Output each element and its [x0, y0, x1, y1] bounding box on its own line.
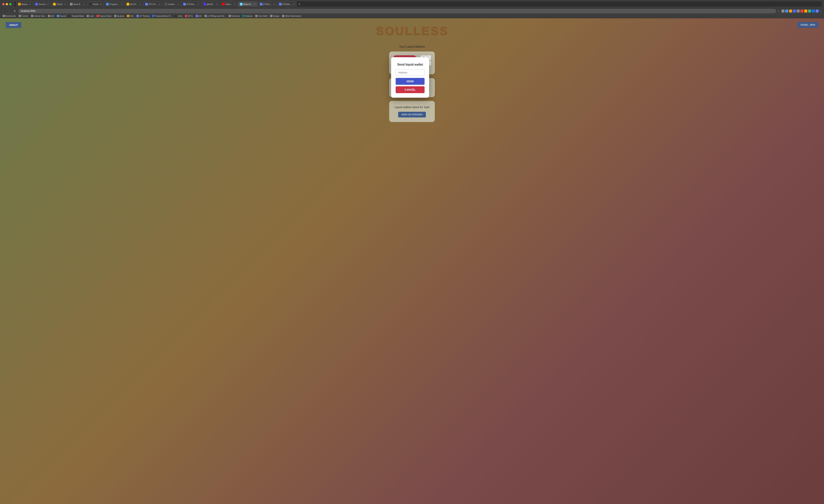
bookmark-rand[interactable]: rand — [86, 14, 95, 17]
bookmark-lit-testing[interactable]: LIT Testing — [135, 14, 150, 17]
bookmark-label: Control — [21, 15, 28, 17]
extension-icon-4[interactable] — [793, 9, 796, 13]
tab-noseb[interactable]: Nose B... ✕ — [68, 2, 87, 7]
sale-card-title: Liquid wallets listed for Sale — [393, 105, 431, 109]
tab-close-icon[interactable]: ✕ — [216, 3, 218, 5]
bookmark-label: Unlock Door — [34, 15, 45, 17]
bookmark-20m[interactable]: 20m — [126, 14, 135, 17]
tab-video[interactable]: Video... ✕ — [220, 2, 237, 7]
tab-react-active[interactable]: React A... ✕ — [238, 2, 258, 7]
connected-wallet-button[interactable]: 0XDBD...0B45 — [797, 22, 818, 28]
bookmark-arduino[interactable]: Arduino — [241, 14, 254, 17]
bookmark-label: LIT Testing — [139, 15, 149, 17]
extension-icon[interactable] — [782, 9, 785, 13]
tab-label: Mayan — [21, 3, 28, 5]
address-input[interactable] — [396, 69, 425, 76]
tab-favicon — [89, 3, 92, 5]
back-button[interactable]: ← — [2, 9, 6, 13]
tab-close-icon[interactable]: ✕ — [29, 3, 31, 5]
bookmark-favicon-icon — [185, 15, 187, 17]
tab-close-icon[interactable]: ✕ — [254, 3, 255, 5]
tab-ethglo2[interactable]: ETHGlo... ✕ — [277, 2, 297, 7]
bookmark-unlock-door[interactable]: Unlock Door — [30, 14, 46, 17]
tab-ethso[interactable]: ETHSo... ✕ — [258, 2, 277, 7]
view-on-opensea-button[interactable]: VIEW ON OPENSEA — [398, 112, 426, 117]
bookmark-bookmarks[interactable]: Bookmarks — [2, 14, 17, 17]
bookmark-control[interactable]: Control — [17, 14, 29, 17]
bookmark-treasury[interactable]: TreasuryDirect P... — [151, 14, 173, 17]
new-tab-button[interactable]: + — [297, 2, 302, 7]
menu-icon[interactable]: ⋮ — [819, 9, 822, 13]
tab-close-icon[interactable]: ✕ — [121, 3, 122, 5]
tab-close-icon[interactable]: ✕ — [139, 3, 141, 5]
tab-oauth[interactable]: OAuth ✕ — [51, 2, 68, 7]
bookmark-lit-pming[interactable]: Lit PMing and Inte... — [203, 14, 227, 17]
bookmark-quakes[interactable]: Quakes — [113, 14, 125, 17]
bookmark-label: TreasuryDirect P... — [155, 15, 172, 17]
about-button[interactable]: ABOUT — [6, 22, 21, 28]
extension-icon-2[interactable] — [785, 9, 788, 13]
tab-label: Video... — [225, 3, 232, 5]
tab-close-icon[interactable]: ✕ — [177, 3, 179, 5]
bookmark-folder-icon — [229, 15, 231, 17]
bookmarks-bar: Bookmarks Control Unlock Door defi Fauce… — [0, 14, 824, 18]
bookmark-cool-stuff[interactable]: Cool Stuff — [254, 14, 268, 17]
extension-icon-9[interactable] — [812, 9, 815, 13]
tab-favicon — [106, 3, 109, 5]
tab-mydri[interactable]: My Dri... ✕ — [124, 2, 143, 7]
tab-program[interactable]: Program... ✕ — [104, 2, 124, 7]
bookmark-other[interactable]: Other Bookmarks — [281, 14, 302, 17]
tab-ethst[interactable]: ETH St... ✕ — [143, 2, 162, 7]
tab-label: modeli... — [168, 3, 176, 5]
bookmark-faucet[interactable]: Faucet — [56, 14, 67, 17]
minimize-button[interactable] — [6, 3, 8, 5]
address-input[interactable] — [18, 9, 776, 13]
extension-icon-5[interactable] — [797, 9, 800, 13]
bookmark-star-icon[interactable]: ☆ — [778, 9, 781, 13]
tab-close-icon[interactable]: ✕ — [273, 3, 275, 5]
tab-close-icon[interactable]: ✕ — [100, 3, 102, 5]
bookmark-hicetrunc[interactable]: hicetrunc — [227, 14, 241, 17]
extension-icon-3[interactable] — [789, 9, 792, 13]
tab-label: Program... — [109, 3, 119, 5]
bookmark-design[interactable]: Design — [269, 14, 281, 17]
tab-glitch[interactable]: glitch0... ✕ — [201, 2, 220, 7]
tab-close-icon[interactable]: ✕ — [159, 3, 160, 5]
modal-send-button[interactable]: SEND — [396, 78, 425, 85]
maximize-button[interactable] — [9, 3, 11, 5]
bookmark-unity[interactable]: Unity — [174, 14, 183, 17]
bookmark-favicon-icon — [196, 15, 198, 17]
tab-remix[interactable]: Remix ✕ — [87, 2, 104, 7]
bookmark-defi[interactable]: defi — [47, 14, 55, 17]
tab-modeli[interactable]: modeli... ✕ — [163, 2, 181, 7]
modal-cancel-button[interactable]: CANCEL — [396, 86, 425, 93]
tab-ethglo[interactable]: ETHGlo... ✕ — [181, 2, 201, 7]
tab-close-icon[interactable]: ✕ — [293, 3, 295, 5]
bookmark-sfcl[interactable]: SFCL — [184, 14, 194, 17]
bookmark-label: Design — [273, 15, 279, 17]
refresh-button[interactable]: ↻ — [13, 9, 17, 13]
tab-close-icon[interactable]: ✕ — [83, 3, 85, 5]
tab-label: glitch0... — [207, 3, 215, 5]
tab-close-icon[interactable]: ✕ — [64, 3, 66, 5]
send-modal: Send liquid wallet SEND CANCEL — [391, 57, 429, 98]
extension-icon-7[interactable] — [804, 9, 807, 13]
tab-close-icon[interactable]: ✕ — [47, 3, 48, 5]
extension-icon-6[interactable] — [801, 9, 804, 13]
extension-icon-8[interactable] — [808, 9, 811, 13]
extension-icon-10[interactable] — [816, 9, 819, 13]
forward-button[interactable]: → — [7, 9, 11, 13]
tab-close-icon[interactable]: ✕ — [234, 3, 235, 5]
bookmark-payout-team[interactable]: Payout.Team — [95, 14, 113, 17]
tab-close-icon[interactable]: ✕ — [197, 3, 199, 5]
bookmark-eth[interactable]: Eth — [195, 14, 203, 17]
close-button[interactable] — [2, 3, 5, 5]
tab-mayan[interactable]: Mayan ✕ — [16, 2, 33, 7]
bookmark-ropstenstats[interactable]: RopstenStats — [68, 14, 85, 17]
tab-label: My Dri... — [130, 3, 138, 5]
tab-bar: Mayan ✕ Discord ✕ OAuth ✕ Nose B... ✕ Re… — [14, 2, 822, 7]
tab-discord[interactable]: Discord ✕ — [33, 2, 51, 7]
page-content: ABOUT SOULLESS 0XDBD...0B45 Your Liquid … — [0, 18, 824, 504]
bookmark-label: Cool Stuff — [258, 15, 267, 17]
bookmark-folder-icon — [270, 15, 272, 17]
